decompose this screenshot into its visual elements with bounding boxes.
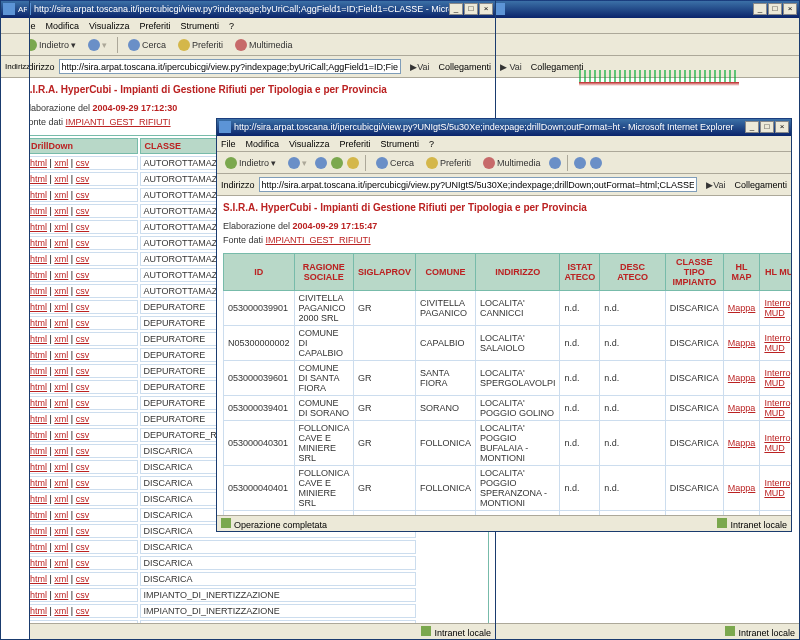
csv-link[interactable]: csv	[76, 606, 90, 616]
map-link[interactable]: Mappa	[728, 403, 756, 413]
xml-link[interactable]: xml	[54, 302, 68, 312]
home-icon[interactable]	[347, 157, 359, 169]
html-link[interactable]: html	[30, 302, 47, 312]
xml-link[interactable]: xml	[54, 318, 68, 328]
back-button[interactable]: Indietro ▾	[221, 156, 280, 170]
go-button[interactable]: ▶ Vai	[495, 61, 527, 73]
url-input[interactable]	[59, 59, 402, 74]
media-button[interactable]: Multimedia	[479, 156, 545, 170]
xml-link[interactable]: xml	[54, 430, 68, 440]
xml-link[interactable]: xml	[54, 190, 68, 200]
links-menu[interactable]: Collegamenti	[734, 180, 787, 190]
fonte-link[interactable]: IMPIANTI_GEST_RIFIUTI	[66, 117, 171, 127]
html-link[interactable]: html	[30, 462, 47, 472]
html-link[interactable]: html	[30, 318, 47, 328]
csv-link[interactable]: csv	[76, 222, 90, 232]
html-link[interactable]: html	[30, 590, 47, 600]
menu-modifica[interactable]: Modifica	[46, 21, 80, 31]
html-link[interactable]: html	[30, 270, 47, 280]
xml-link[interactable]: xml	[54, 270, 68, 280]
menu-preferiti[interactable]: Preferiti	[339, 139, 370, 149]
max-button[interactable]: □	[768, 3, 782, 15]
csv-link[interactable]: csv	[76, 318, 90, 328]
xml-link[interactable]: xml	[54, 254, 68, 264]
html-link[interactable]: html	[30, 222, 47, 232]
xml-link[interactable]: xml	[54, 398, 68, 408]
map-link[interactable]: Mappa	[728, 303, 756, 313]
xml-link[interactable]: xml	[54, 334, 68, 344]
close-button[interactable]: ×	[775, 121, 789, 133]
html-link[interactable]: html	[30, 558, 47, 568]
html-link[interactable]: html	[30, 526, 47, 536]
mud-link[interactable]: Interroga MUD	[764, 368, 791, 388]
search-button[interactable]: Cerca	[372, 156, 418, 170]
csv-link[interactable]: csv	[76, 350, 90, 360]
menu-visualizza[interactable]: Visualizza	[289, 139, 329, 149]
csv-link[interactable]: csv	[76, 254, 90, 264]
html-link[interactable]: html	[30, 366, 47, 376]
titlebar-bgr[interactable]: _□×	[491, 0, 799, 18]
menubar-bgr[interactable]	[491, 18, 799, 34]
csv-link[interactable]: csv	[76, 590, 90, 600]
menu-modifica[interactable]: Modifica	[246, 139, 280, 149]
html-link[interactable]: html	[30, 510, 47, 520]
html-link[interactable]: html	[30, 334, 47, 344]
xml-link[interactable]: xml	[54, 462, 68, 472]
map-link[interactable]: Mappa	[728, 373, 756, 383]
csv-link[interactable]: csv	[76, 158, 90, 168]
csv-link[interactable]: csv	[76, 302, 90, 312]
links-menu[interactable]: Collegamenti	[531, 62, 584, 72]
xml-link[interactable]: xml	[54, 590, 68, 600]
url-input[interactable]	[259, 177, 698, 192]
html-link[interactable]: html	[30, 206, 47, 216]
toolbar-bgr[interactable]	[491, 34, 799, 56]
xml-link[interactable]: xml	[54, 510, 68, 520]
csv-link[interactable]: csv	[76, 574, 90, 584]
xml-link[interactable]: xml	[54, 238, 68, 248]
menu-strumenti[interactable]: Strumenti	[380, 139, 419, 149]
xml-link[interactable]: xml	[54, 478, 68, 488]
stop-icon[interactable]	[315, 157, 327, 169]
max-button[interactable]: □	[760, 121, 774, 133]
html-link[interactable]: html	[30, 398, 47, 408]
xml-link[interactable]: xml	[54, 542, 68, 552]
xml-link[interactable]: xml	[54, 414, 68, 424]
xml-link[interactable]: xml	[54, 558, 68, 568]
csv-link[interactable]: csv	[76, 542, 90, 552]
csv-link[interactable]: csv	[76, 494, 90, 504]
go-button[interactable]: ▶Vai	[405, 61, 434, 73]
csv-link[interactable]: csv	[76, 510, 90, 520]
xml-link[interactable]: xml	[54, 286, 68, 296]
html-link[interactable]: html	[30, 174, 47, 184]
html-link[interactable]: html	[30, 574, 47, 584]
links-menu[interactable]: Collegamenti	[438, 62, 491, 72]
fav-button[interactable]: Preferiti	[422, 156, 475, 170]
csv-link[interactable]: csv	[76, 558, 90, 568]
xml-link[interactable]: xml	[54, 574, 68, 584]
html-link[interactable]: html	[30, 190, 47, 200]
menu-?[interactable]: ?	[429, 139, 434, 149]
titlebar-back[interactable]: http://sira.arpat.toscana.it/ipercubicgi…	[17, 0, 495, 18]
close-button[interactable]: ×	[783, 3, 797, 15]
refresh-icon[interactable]	[331, 157, 343, 169]
csv-link[interactable]: csv	[76, 382, 90, 392]
min-button[interactable]: _	[449, 3, 463, 15]
xml-link[interactable]: xml	[54, 158, 68, 168]
csv-link[interactable]: csv	[76, 174, 90, 184]
csv-link[interactable]: csv	[76, 334, 90, 344]
csv-link[interactable]: csv	[76, 398, 90, 408]
menu-preferiti[interactable]: Preferiti	[139, 21, 170, 31]
csv-link[interactable]: csv	[76, 206, 90, 216]
csv-link[interactable]: csv	[76, 190, 90, 200]
html-link[interactable]: html	[30, 478, 47, 488]
mail-icon[interactable]	[574, 157, 586, 169]
menu-?[interactable]: ?	[229, 21, 234, 31]
fonte-link[interactable]: IMPIANTI_GEST_RIFIUTI	[266, 235, 371, 245]
xml-link[interactable]: xml	[54, 382, 68, 392]
menu-file[interactable]: File	[221, 139, 236, 149]
html-link[interactable]: html	[30, 254, 47, 264]
csv-link[interactable]: csv	[76, 286, 90, 296]
xml-link[interactable]: xml	[54, 446, 68, 456]
xml-link[interactable]: xml	[54, 494, 68, 504]
xml-link[interactable]: xml	[54, 366, 68, 376]
